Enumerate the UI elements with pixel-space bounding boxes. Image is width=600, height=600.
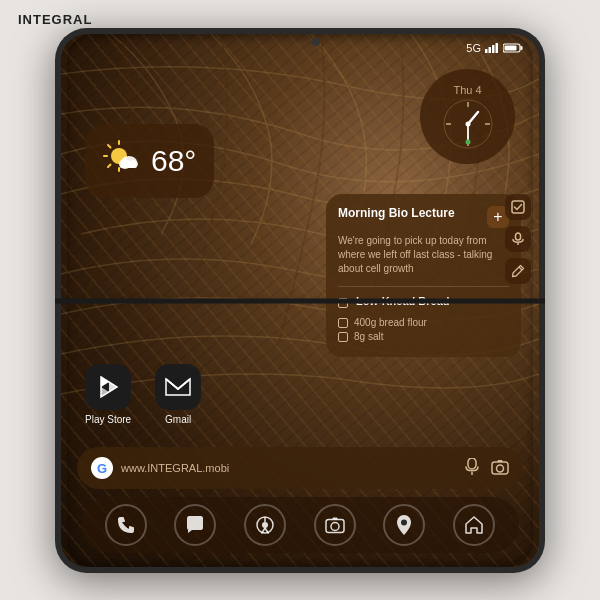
dock-home-icon[interactable]	[453, 504, 495, 546]
svg-rect-2	[492, 45, 495, 53]
signal-text: 5G	[466, 42, 481, 54]
notes-card: Morning Bio Lecture + We're going to pic…	[326, 194, 521, 357]
notes-pencil-button[interactable]	[505, 258, 531, 284]
notes-body-text: We're going to pick up today from where …	[338, 234, 509, 276]
svg-point-15	[465, 139, 470, 144]
svg-rect-27	[516, 233, 521, 240]
clock-face	[442, 98, 494, 150]
app-icon-gmail[interactable]: Gmail	[155, 364, 201, 425]
fold-line	[55, 298, 545, 303]
list-item: 400g bread flour	[338, 317, 509, 328]
camera-dot	[312, 38, 320, 46]
gmail-label: Gmail	[165, 414, 191, 425]
search-mic-icon[interactable]	[465, 458, 479, 479]
svg-rect-5	[521, 46, 523, 50]
dock-camera-icon[interactable]	[314, 504, 356, 546]
svg-point-45	[331, 523, 339, 531]
clock-day: Thu 4	[453, 84, 481, 96]
svg-rect-1	[489, 47, 492, 53]
brand-label: INTEGRAL	[18, 12, 92, 27]
list-item-text: 8g salt	[354, 331, 383, 342]
signal-bars-icon	[485, 43, 499, 53]
clock-widget: Thu 4	[420, 69, 515, 164]
notes-actions	[505, 194, 531, 284]
svg-point-38	[497, 465, 504, 472]
dock	[81, 497, 519, 553]
search-camera-icon[interactable]	[491, 459, 509, 478]
svg-rect-6	[505, 46, 517, 51]
list-item: 8g salt	[338, 331, 509, 342]
weather-widget: 68°	[85, 124, 214, 198]
dock-phone-icon[interactable]	[105, 504, 147, 546]
notes-divider	[338, 286, 509, 287]
notes-check-button[interactable]	[505, 194, 531, 220]
svg-rect-25	[120, 164, 137, 168]
svg-rect-0	[485, 49, 488, 53]
phone-shell: 5G Thu 4	[55, 28, 545, 573]
weather-temperature: 68°	[151, 144, 196, 178]
app-icon-playstore[interactable]: Play Store	[85, 364, 131, 425]
svg-point-46	[401, 520, 407, 526]
playstore-icon	[85, 364, 131, 410]
notes-title: Morning Bio Lecture	[338, 206, 455, 222]
svg-line-20	[108, 145, 111, 148]
weather-condition-icon	[103, 138, 141, 184]
svg-marker-32	[101, 387, 109, 397]
notes-mic-button[interactable]	[505, 226, 531, 252]
dock-maps-icon[interactable]	[383, 504, 425, 546]
svg-marker-31	[101, 377, 109, 387]
svg-point-14	[465, 121, 470, 126]
search-bar[interactable]: G www.INTEGRAL.mobi	[77, 447, 523, 489]
google-g-icon: G	[91, 457, 113, 479]
search-url-text: www.INTEGRAL.mobi	[121, 462, 457, 474]
svg-marker-33	[109, 382, 117, 392]
playstore-label: Play Store	[85, 414, 131, 425]
checkbox-icon	[338, 318, 348, 328]
checkbox-icon	[338, 332, 348, 342]
svg-rect-35	[468, 458, 476, 469]
gmail-icon	[155, 364, 201, 410]
status-icons: 5G	[466, 42, 523, 54]
list-item-text: 400g bread flour	[354, 317, 427, 328]
app-icons-row: Play Store Gmail	[85, 364, 201, 425]
battery-icon	[503, 43, 523, 53]
svg-line-21	[108, 165, 111, 168]
status-bar: 5G	[61, 34, 539, 62]
svg-point-40	[262, 522, 268, 528]
svg-rect-3	[496, 43, 499, 53]
dock-messages-icon[interactable]	[174, 504, 216, 546]
dock-chrome-icon[interactable]	[244, 504, 286, 546]
notes-header: Morning Bio Lecture +	[338, 206, 509, 228]
